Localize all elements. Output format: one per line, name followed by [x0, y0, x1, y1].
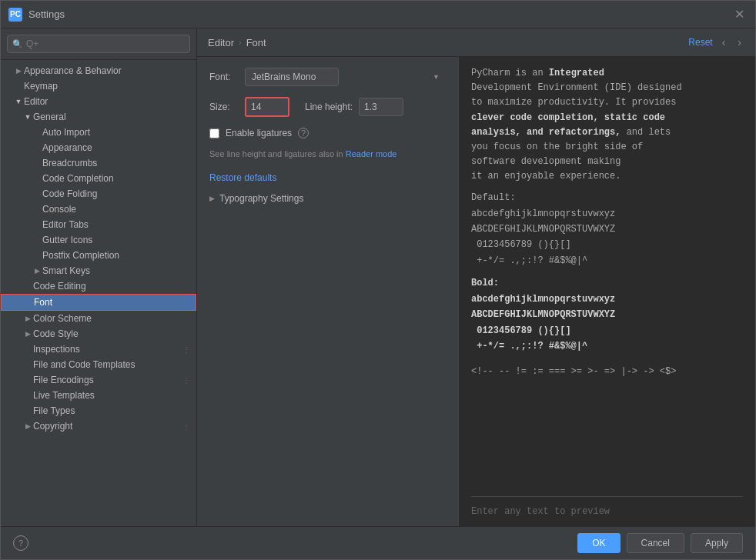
sidebar-item-auto-import[interactable]: Auto Import — [1, 125, 196, 140]
sidebar-label: File Encodings — [33, 375, 94, 385]
sidebar-item-smart-keys[interactable]: ▶ Smart Keys — [1, 263, 196, 278]
expand-arrow: ▶ — [22, 328, 33, 339]
help-button[interactable]: ? — [13, 535, 28, 551]
search-icon: 🔍 — [12, 39, 23, 49]
expand-arrow: ▶ — [22, 313, 33, 324]
ok-button[interactable]: OK — [577, 533, 620, 553]
preview-intro-7: you focus on the bright side of — [471, 142, 643, 152]
header-actions: Reset ‹ › — [688, 35, 744, 50]
sidebar: 🔍 ▶ Appearance & Behavior Keymap ▼ — [1, 28, 197, 526]
sidebar-item-color-scheme[interactable]: ▶ Color Scheme — [1, 311, 196, 326]
sidebar-label: Code Completion — [42, 173, 114, 184]
back-button[interactable]: ‹ — [719, 35, 729, 50]
forward-button[interactable]: › — [734, 35, 744, 50]
sidebar-item-appearance[interactable]: Appearance — [1, 140, 196, 155]
typography-section: ▶ Typography Settings — [209, 190, 446, 207]
title-bar: PC Settings ✕ — [1, 1, 755, 28]
sidebar-item-code-style[interactable]: ▶ Code Style — [1, 326, 196, 342]
sidebar-item-gutter-icons[interactable]: Gutter Icons — [1, 232, 196, 248]
bold-lower: abcdefghijklmnopqrstuvwxyz — [471, 292, 743, 307]
breadcrumb-font: Font — [246, 37, 266, 48]
sidebar-label: Keymap — [24, 81, 58, 92]
font-dropdown-wrapper: JetBrains Mono ▼ — [245, 68, 446, 86]
bottom-left: ? — [13, 535, 28, 551]
sidebar-item-file-types[interactable]: File Types — [1, 403, 196, 418]
sidebar-label: File Types — [33, 405, 75, 416]
font-select[interactable]: JetBrains Mono — [245, 68, 339, 86]
sidebar-label: Console — [42, 204, 76, 215]
search-box: 🔍 — [1, 28, 196, 60]
preview-bold: Integrated — [549, 68, 604, 78]
preview-intro: PyCharm is an Integrated Development Env… — [471, 66, 743, 185]
sidebar-item-editor-tabs[interactable]: Editor Tabs — [1, 217, 196, 232]
font-row: Font: JetBrains Mono ▼ — [209, 68, 446, 86]
sidebar-item-keymap[interactable]: Keymap — [1, 78, 196, 94]
bottom-right: OK Cancel Apply — [577, 533, 743, 553]
sidebar-item-console[interactable]: Console — [1, 202, 196, 217]
size-input[interactable] — [245, 97, 289, 117]
expand-arrow: ▶ — [13, 65, 24, 76]
settings-icon: ⋮ — [182, 376, 190, 385]
line-height-label: Line height: — [305, 102, 353, 112]
sidebar-tree: ▶ Appearance & Behavior Keymap ▼ Editor … — [1, 60, 196, 526]
cancel-button[interactable]: Cancel — [627, 533, 684, 553]
preview-panel: PyCharm is an Integrated Development Env… — [459, 57, 755, 526]
reset-button[interactable]: Reset — [688, 37, 712, 48]
preview-and-lets: and lets — [621, 127, 671, 138]
main-content: Editor › Font Reset ‹ › Font: — [197, 28, 755, 526]
preview-divider — [471, 496, 743, 497]
preview-code-bold2: analysis, and refactorings, — [471, 127, 621, 138]
sidebar-label: Smart Keys — [42, 265, 90, 276]
sidebar-item-postfix-completion[interactable]: Postfix Completion — [1, 248, 196, 263]
reader-mode-link[interactable]: Reader mode — [346, 149, 397, 158]
sidebar-label: Color Scheme — [33, 313, 92, 324]
settings-icon: ⋮ — [182, 345, 190, 354]
bold-numbers: 0123456789 (){}[] — [471, 323, 743, 338]
ligatures-checkbox[interactable] — [209, 128, 219, 138]
sidebar-item-general[interactable]: ▼ General — [1, 109, 196, 125]
ligatures-sample: <!-- -- != := === >= >- => |-> -> <$> — [471, 364, 743, 379]
preview-intro-1: PyCharm is an — [471, 68, 549, 78]
default-lower: abcdefghijklmnopqrstuvwxyz — [471, 206, 743, 222]
sidebar-label: Editor Tabs — [42, 219, 89, 230]
sidebar-item-appearance-behavior[interactable]: ▶ Appearance & Behavior — [1, 63, 196, 78]
sidebar-item-inspections[interactable]: Inspections ⋮ — [1, 342, 196, 357]
app-icon: PC — [8, 8, 22, 22]
bold-upper: ABCDEFGHIJKLMNOPQRSTUVWXYZ — [471, 307, 743, 322]
restore-defaults-link[interactable]: Restore defaults — [209, 172, 276, 183]
sidebar-item-font[interactable]: Font — [1, 294, 196, 311]
preview-intro-3: to maximize productivity. It provides — [471, 97, 676, 108]
preview-intro-9: it an enjoyable experience. — [471, 171, 621, 182]
sidebar-label: Breadcrumbs — [42, 158, 97, 168]
sidebar-item-file-code-templates[interactable]: File and Code Templates — [1, 357, 196, 372]
bold-symbols: +-*/= .,;:!? #&$%@|^ — [471, 338, 743, 354]
default-label: Default: — [471, 192, 743, 203]
info-icon: ? — [298, 128, 309, 138]
content-header: Editor › Font Reset ‹ › — [197, 28, 755, 57]
dialog-title: Settings — [28, 8, 731, 20]
line-height-input[interactable] — [359, 98, 403, 116]
sidebar-item-file-encodings[interactable]: File Encodings ⋮ — [1, 372, 196, 388]
preview-code-bold: clever code completion, static code — [471, 112, 665, 123]
preview-intro-2: Development Environment (IDE) designed — [471, 82, 682, 93]
apply-button[interactable]: Apply — [691, 533, 743, 553]
dialog-body: 🔍 ▶ Appearance & Behavior Keymap ▼ — [1, 28, 755, 526]
typography-header[interactable]: ▶ Typography Settings — [209, 190, 446, 207]
size-row: Size: Line height: — [209, 97, 446, 117]
sidebar-item-breadcrumbs[interactable]: Breadcrumbs — [1, 155, 196, 171]
sidebar-item-editor[interactable]: ▼ Editor — [1, 94, 196, 109]
sidebar-label: Font — [34, 297, 52, 308]
sidebar-item-code-folding[interactable]: Code Folding — [1, 186, 196, 202]
sidebar-label: Appearance — [42, 142, 92, 153]
sidebar-label: Gutter Icons — [42, 235, 92, 245]
search-input[interactable] — [7, 35, 190, 53]
sidebar-item-code-completion[interactable]: Code Completion — [1, 171, 196, 186]
bold-label: Bold: — [471, 278, 743, 288]
sidebar-item-live-templates[interactable]: Live Templates — [1, 388, 196, 403]
sidebar-item-copyright[interactable]: ▶ Copyright ⋮ — [1, 418, 196, 434]
settings-panel: Font: JetBrains Mono ▼ Size: Line height… — [197, 57, 459, 526]
close-button[interactable]: ✕ — [731, 5, 748, 23]
ligatures-label[interactable]: Enable ligatures — [226, 128, 292, 138]
sidebar-item-code-editing[interactable]: Code Editing — [1, 278, 196, 294]
sidebar-label: Copyright — [33, 421, 72, 432]
